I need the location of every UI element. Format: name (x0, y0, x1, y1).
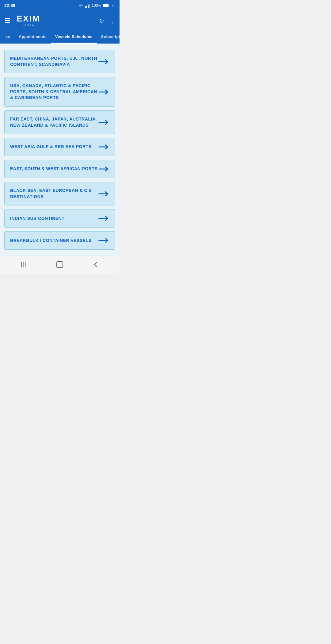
content-area: MEDITERRANEAN PORTS, U.K., NORTH CONTINE… (0, 44, 120, 256)
recents-button[interactable]: ||| (16, 260, 32, 270)
tab-appointments[interactable]: Appointments (14, 31, 51, 44)
arrow-icon-breakbulk (98, 237, 109, 243)
arrow-icon-indian-sub (98, 215, 109, 221)
route-label-east-africa: EAST, SOUTH & WEST AFRICAN PORTS (10, 166, 98, 172)
bottom-nav: ||| (0, 256, 120, 273)
app-bar-right: ↻ ⋮ (99, 17, 115, 25)
route-label-far-east: FAR EAST, CHINA, JAPAN, AUSTRALIA, NEW Z… (10, 116, 98, 128)
route-label-west-asia: WEST ASIA GULF & RED SEA PORTS (10, 144, 98, 150)
route-label-black-sea: BLACK SEA, EAST EUROPEAN & CIS DESTINATI… (10, 188, 98, 200)
route-card-breakbulk[interactable]: BREAKBULK / CONTAINER VESSELS (4, 231, 115, 250)
arrow-icon-far-east (98, 119, 109, 125)
svg-rect-10 (57, 262, 63, 268)
svg-rect-3 (88, 5, 89, 8)
back-icon (92, 261, 99, 268)
route-label-breakbulk: BREAKBULK / CONTAINER VESSELS (10, 238, 98, 244)
route-label-indian-sub: INDIAN SUB CONTINENT (10, 216, 98, 222)
app-bar-left: ☰ EXIM INDIA (4, 14, 40, 27)
route-card-usa-canada[interactable]: USA, CANADA, ATLANTIC & PACIFIC PORTS, S… (4, 77, 115, 107)
nav-tabs: vs Appointments Vessels Schedules Subscr… (0, 31, 120, 44)
svg-point-9 (112, 5, 114, 6)
menu-icon[interactable]: ☰ (4, 17, 10, 25)
home-icon (56, 261, 64, 269)
svg-rect-4 (89, 4, 90, 8)
battery-text: 100% (92, 3, 101, 8)
svg-rect-7 (109, 5, 109, 6)
logo-sub: INDIA (17, 23, 40, 27)
svg-rect-6 (103, 4, 108, 7)
arrow-icon-med-uk-north (98, 59, 109, 65)
tab-vessels-schedules[interactable]: Vessels Schedules (51, 31, 97, 44)
more-options-icon[interactable]: ⋮ (109, 17, 115, 25)
status-bar: 22:38 100% (0, 0, 120, 11)
route-card-east-africa[interactable]: EAST, SOUTH & WEST AFRICAN PORTS (4, 160, 115, 178)
photo-icon (111, 4, 115, 7)
arrow-icon-black-sea (98, 191, 109, 197)
refresh-icon[interactable]: ↻ (99, 17, 104, 25)
route-card-west-asia[interactable]: WEST ASIA GULF & RED SEA PORTS (4, 138, 115, 156)
arrow-icon-usa-canada (98, 89, 109, 95)
route-card-indian-sub[interactable]: INDIAN SUB CONTINENT (4, 209, 115, 228)
logo-container: EXIM INDIA (17, 14, 40, 27)
home-button[interactable] (52, 260, 67, 270)
battery-icon (103, 4, 109, 7)
route-card-black-sea[interactable]: BLACK SEA, EAST EUROPEAN & CIS DESTINATI… (4, 182, 115, 205)
signal-icon (85, 3, 90, 8)
route-label-usa-canada: USA, CANADA, ATLANTIC & PACIFIC PORTS, S… (10, 83, 98, 101)
route-card-far-east[interactable]: FAR EAST, CHINA, JAPAN, AUSTRALIA, NEW Z… (4, 110, 115, 134)
tab-news[interactable]: vs (1, 31, 14, 44)
wifi-icon (78, 3, 84, 8)
logo-main: EXIM (17, 14, 40, 23)
status-time: 22:38 (4, 3, 15, 8)
status-icons: 100% (78, 3, 115, 8)
route-card-med-uk-north[interactable]: MEDITERRANEAN PORTS, U.K., NORTH CONTINE… (4, 50, 115, 73)
app-bar: ☰ EXIM INDIA ↻ ⋮ (0, 11, 120, 31)
arrow-icon-west-asia (98, 144, 109, 150)
route-label-med-uk-north: MEDITERRANEAN PORTS, U.K., NORTH CONTINE… (10, 56, 98, 67)
svg-rect-8 (111, 4, 115, 7)
svg-point-0 (81, 6, 81, 7)
recents-icon: ||| (21, 261, 27, 268)
svg-rect-1 (85, 6, 86, 8)
arrow-icon-east-africa (98, 166, 109, 172)
tab-subscription[interactable]: Subscription (97, 31, 120, 44)
back-button[interactable] (88, 260, 103, 270)
svg-rect-2 (86, 6, 87, 8)
